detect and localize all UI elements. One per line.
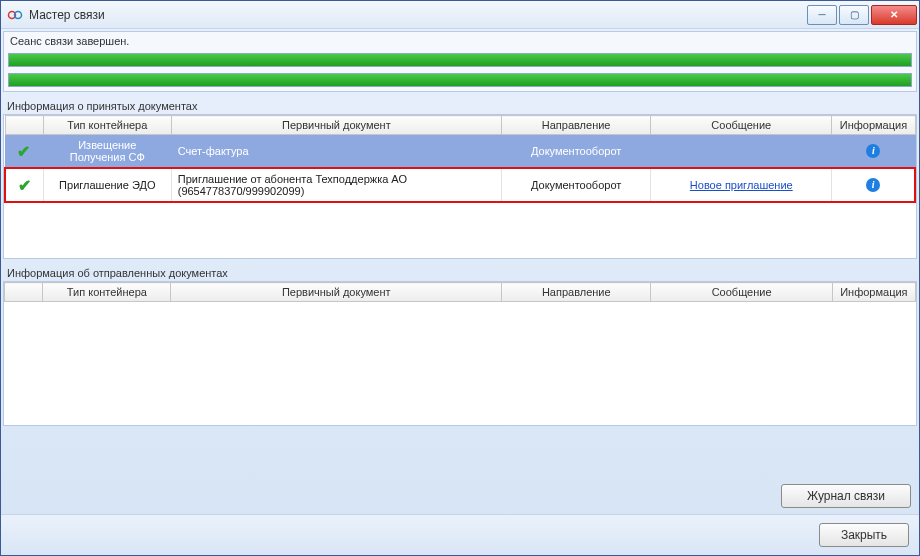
info-cell: i <box>832 135 915 169</box>
window-buttons: ─ ▢ ✕ <box>807 5 917 25</box>
received-label: Информация о принятых документах <box>3 96 917 114</box>
maximize-button[interactable]: ▢ <box>839 5 869 25</box>
col-header-type[interactable]: Тип контейнера <box>43 116 171 135</box>
sent-label: Информация об отправленных документах <box>3 263 917 281</box>
progress-bar-1 <box>8 53 912 67</box>
col-header-info-sent[interactable]: Информация <box>832 283 915 302</box>
col-header-dir[interactable]: Направление <box>502 116 651 135</box>
received-header-row: Тип контейнера Первичный документ Направ… <box>5 116 915 135</box>
table-row[interactable]: ✔Приглашение ЭДОПриглашение от абонента … <box>5 168 915 202</box>
window-title: Мастер связи <box>29 8 807 22</box>
message-link[interactable]: Новое приглашение <box>690 179 793 191</box>
content-area: Сеанс связи завершен. Информация о приня… <box>1 29 919 514</box>
doc-cell: Приглашение от абонента Техподдержка АО … <box>171 168 501 202</box>
col-header-doc-sent[interactable]: Первичный документ <box>171 283 502 302</box>
checkmark-icon: ✔ <box>17 143 30 160</box>
main-window: Мастер связи ─ ▢ ✕ Сеанс связи завершен.… <box>0 0 920 556</box>
info-icon[interactable]: i <box>866 178 880 192</box>
status-cell: ✔ <box>5 135 43 169</box>
received-grid: Тип контейнера Первичный документ Направ… <box>3 114 917 259</box>
col-header-msg-sent[interactable]: Сообщение <box>651 283 832 302</box>
msg-cell: Новое приглашение <box>651 168 832 202</box>
journal-row: Журнал связи <box>3 480 917 512</box>
status-text: Сеанс связи завершен. <box>4 32 916 53</box>
close-button[interactable]: Закрыть <box>819 523 909 547</box>
table-row[interactable]: ✔Извещение Получения СФСчет-фактураДокум… <box>5 135 915 169</box>
checkmark-icon: ✔ <box>18 177 31 194</box>
msg-cell <box>651 135 832 169</box>
sent-header-row: Тип контейнера Первичный документ Направ… <box>5 283 916 302</box>
col-header-status[interactable] <box>5 116 43 135</box>
close-window-button[interactable]: ✕ <box>871 5 917 25</box>
info-cell: i <box>832 168 915 202</box>
doc-cell: Счет-фактура <box>171 135 501 169</box>
dir-cell: Документооборот <box>502 168 651 202</box>
titlebar: Мастер связи ─ ▢ ✕ <box>1 1 919 29</box>
footer: Закрыть <box>1 514 919 555</box>
col-header-type-sent[interactable]: Тип контейнера <box>43 283 171 302</box>
type-cell: Извещение Получения СФ <box>43 135 171 169</box>
journal-button[interactable]: Журнал связи <box>781 484 911 508</box>
status-panel: Сеанс связи завершен. <box>3 31 917 92</box>
col-header-info[interactable]: Информация <box>832 116 915 135</box>
progress-bar-2 <box>8 73 912 87</box>
app-icon <box>7 7 23 23</box>
dir-cell: Документооборот <box>502 135 651 169</box>
col-header-dir-sent[interactable]: Направление <box>502 283 651 302</box>
col-header-msg[interactable]: Сообщение <box>651 116 832 135</box>
type-cell: Приглашение ЭДО <box>43 168 171 202</box>
info-icon[interactable]: i <box>866 144 880 158</box>
col-header-doc[interactable]: Первичный документ <box>171 116 501 135</box>
sent-grid: Тип контейнера Первичный документ Направ… <box>3 281 917 426</box>
col-header-status-sent[interactable] <box>5 283 43 302</box>
minimize-button[interactable]: ─ <box>807 5 837 25</box>
status-cell: ✔ <box>5 168 43 202</box>
